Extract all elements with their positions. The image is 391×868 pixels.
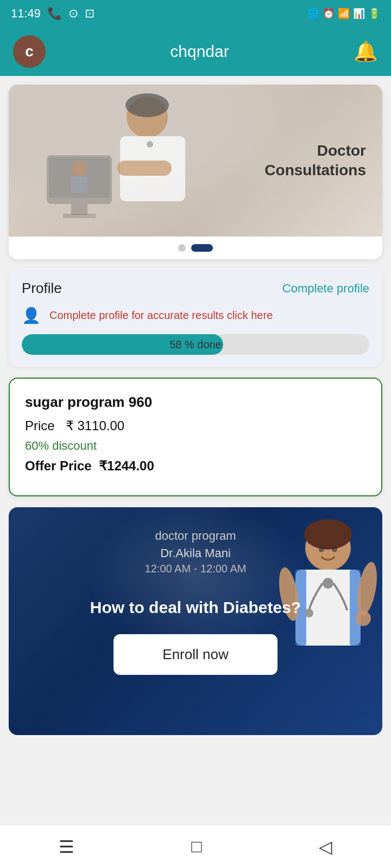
nurse-figure (279, 518, 377, 670)
sugar-program-card: sugar program 960 Price ₹ 3110.00 60% di… (9, 378, 382, 496)
banner-card: Doctor Consultations (9, 85, 382, 259)
svg-point-4 (71, 161, 87, 177)
dp-doctor-name: Dr.Akila Mani (160, 546, 231, 560)
menu-icon[interactable]: ☰ (59, 837, 74, 857)
svg-point-12 (304, 519, 352, 550)
program-name: sugar program 960 (25, 394, 366, 411)
dp-program-label: doctor program (155, 529, 236, 543)
banner-text: Doctor Consultations (264, 141, 366, 181)
doctor-illustration (41, 90, 215, 231)
profile-card: Profile Complete profile 👤 Complete prof… (9, 268, 382, 367)
dp-time: 12:00 AM - 12:00 AM (145, 563, 247, 575)
main-content: Doctor Consultations Profile Complete pr… (0, 76, 391, 744)
svg-rect-2 (71, 204, 87, 215)
svg-point-13 (319, 547, 324, 552)
wifi-icon: 📶 (338, 8, 350, 20)
progress-bar-container: 58 % done (22, 334, 369, 355)
status-time: 11:49 (11, 7, 41, 21)
home-icon[interactable]: □ (191, 837, 201, 857)
back-icon[interactable]: ◁ (319, 837, 332, 857)
price-currency: ₹ (66, 418, 74, 433)
banner-dots (9, 237, 382, 259)
signal-icon: 📊 (353, 8, 365, 20)
whatsapp-icon: ⊙ (68, 7, 78, 21)
enroll-now-button[interactable]: Enroll now (113, 634, 277, 675)
profile-title: Profile (22, 280, 62, 297)
svg-point-10 (147, 141, 153, 148)
status-bar-right: 🌐 ⏰ 📶 📊 🔋 (307, 8, 380, 20)
cast-icon: ⊡ (85, 7, 94, 21)
notification-bell-icon[interactable]: 🔔 (354, 40, 378, 63)
status-bar-left: 11:49 📞 ⊙ ⊡ (11, 7, 94, 21)
doctor-program-banner: doctor program Dr.Akila Mani 12:00 AM - … (9, 507, 382, 735)
svg-point-20 (323, 578, 333, 589)
avatar[interactable]: c (13, 35, 46, 68)
dot-2[interactable] (191, 244, 213, 252)
profile-header: Profile Complete profile (22, 280, 369, 297)
battery-icon: 🔋 (368, 8, 380, 20)
svg-point-22 (356, 611, 371, 626)
app-title: chqndar (170, 42, 229, 61)
globe-icon: 🌐 (307, 8, 319, 20)
progress-text: 58 % done (169, 339, 222, 351)
svg-point-14 (332, 547, 337, 552)
svg-rect-5 (71, 177, 87, 193)
dp-title: How to deal with Diabetes? (90, 597, 301, 618)
person-icon: 👤 (22, 307, 41, 324)
profile-alert-text: Complete profile for accurate results cl… (49, 309, 273, 322)
alarm-icon: ⏰ (323, 8, 335, 20)
profile-alert: 👤 Complete profile for accurate results … (22, 307, 369, 324)
svg-point-21 (305, 609, 313, 617)
app-header: c chqndar 🔔 (0, 27, 391, 76)
program-discount: 60% discount (25, 439, 366, 453)
phone-icon: 📞 (47, 7, 62, 21)
complete-profile-link[interactable]: Complete profile (282, 282, 369, 296)
status-bar: 11:49 📞 ⊙ ⊡ 🌐 ⏰ 📶 📊 🔋 (0, 0, 391, 27)
svg-rect-9 (117, 161, 172, 176)
banner-image: Doctor Consultations (9, 85, 382, 237)
svg-rect-3 (63, 214, 96, 218)
svg-point-7 (125, 93, 169, 117)
program-price: Price ₹ 3110.00 (25, 418, 366, 433)
bottom-nav: ☰ □ ◁ (0, 825, 391, 868)
program-offer-price: Offer Price ₹1244.00 (25, 458, 366, 474)
dot-1[interactable] (178, 244, 186, 252)
